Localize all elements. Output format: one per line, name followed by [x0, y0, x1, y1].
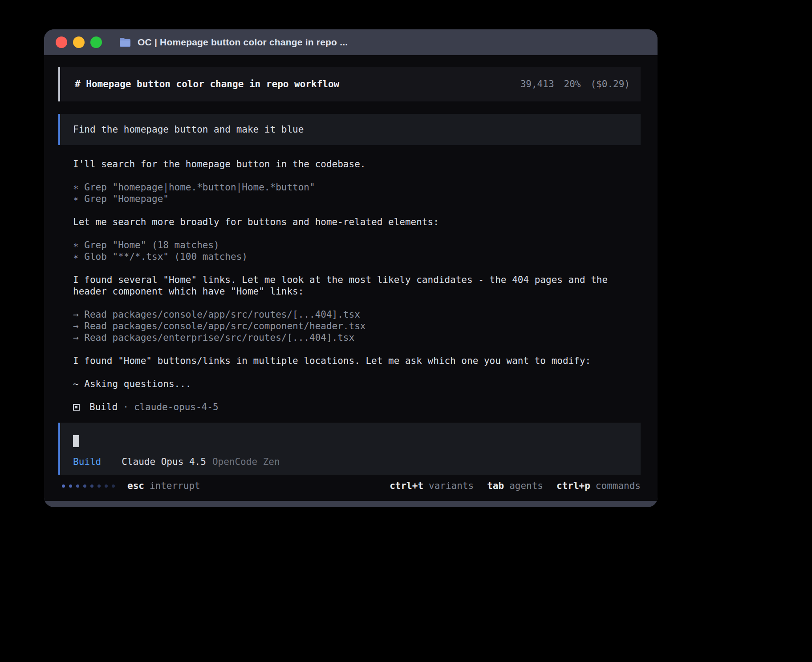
tool-call-read: → Read packages/console/app/src/componen…: [73, 320, 619, 332]
titlebar[interactable]: OC | Homepage button color change in rep…: [44, 29, 658, 55]
minimize-button[interactable]: [73, 36, 85, 48]
window-title: OC | Homepage button color change in rep…: [138, 37, 348, 48]
folder-icon: [119, 37, 131, 48]
desktop: OC | Homepage button color change in rep…: [0, 0, 812, 662]
assistant-paragraph: I'll search for the homepage button in t…: [73, 158, 619, 170]
tool-call-grep: ∗ Grep "homepage|home.*button|Home.*butt…: [73, 182, 619, 193]
tool-call-grep: ∗ Grep "Homepage": [73, 193, 619, 205]
mode-indicator[interactable]: Build: [73, 456, 101, 467]
session-stats: 39,41320%($0.29): [511, 78, 630, 90]
agent-model: claude-opus-4-5: [134, 401, 219, 413]
esc-key-hint: esc: [127, 480, 144, 492]
terminal-body: # Homepage button color change in repo w…: [44, 55, 658, 501]
status-asking-questions: ~ Asking questions...: [73, 378, 619, 390]
agent-icon: [73, 404, 80, 411]
model-name[interactable]: Claude Opus 4.5: [122, 456, 206, 467]
zoom-button[interactable]: [90, 36, 102, 48]
spinner-dots: [62, 484, 115, 488]
token-count: 39,413: [520, 79, 554, 89]
shortcut-variants: ctrl+tvariants: [390, 480, 474, 492]
tool-call-read: → Read packages/console/app/src/routes/[…: [73, 309, 619, 320]
text-cursor: [73, 435, 79, 447]
user-message-text: Find the homepage button and make it blu…: [73, 124, 304, 135]
assistant-paragraph: I found several "Home" links. Let me loo…: [73, 274, 619, 297]
terminal-window: OC | Homepage button color change in rep…: [44, 29, 658, 507]
esc-key-label: interrupt: [150, 480, 200, 492]
transcript: I'll search for the homepage button in t…: [73, 158, 619, 413]
status-bar: esc interrupt ctrl+tvariants tabagents c…: [58, 480, 641, 492]
session-title: # Homepage button color change in repo w…: [75, 78, 339, 90]
traffic-lights: [56, 36, 102, 48]
tool-call-read: → Read packages/enterprise/src/routes/[.…: [73, 332, 619, 343]
shortcut-commands: ctrl+pcommands: [556, 480, 641, 492]
session-cost: ($0.29): [590, 79, 630, 89]
tool-call-glob: ∗ Glob "**/*.tsx" (100 matches): [73, 251, 619, 262]
close-button[interactable]: [56, 36, 67, 48]
user-message: Find the homepage button and make it blu…: [58, 114, 641, 145]
assistant-paragraph: I found "Home" buttons/links in multiple…: [73, 355, 619, 367]
context-percent: 20%: [564, 79, 581, 89]
agent-status-line: Build · claude-opus-4-5: [73, 401, 619, 413]
assistant-paragraph: Let me search more broadly for buttons a…: [73, 216, 619, 228]
shortcut-agents: tabagents: [487, 480, 543, 492]
agent-name: Build: [89, 401, 118, 413]
input-footer: BuildClaude Opus 4.5OpenCode Zen: [73, 456, 630, 468]
separator-dot: ·: [123, 401, 129, 413]
provider-name: OpenCode Zen: [212, 456, 280, 467]
tool-call-grep: ∗ Grep "Home" (18 matches): [73, 239, 619, 251]
session-header: # Homepage button color change in repo w…: [58, 67, 641, 101]
prompt-input[interactable]: BuildClaude Opus 4.5OpenCode Zen: [58, 423, 641, 475]
